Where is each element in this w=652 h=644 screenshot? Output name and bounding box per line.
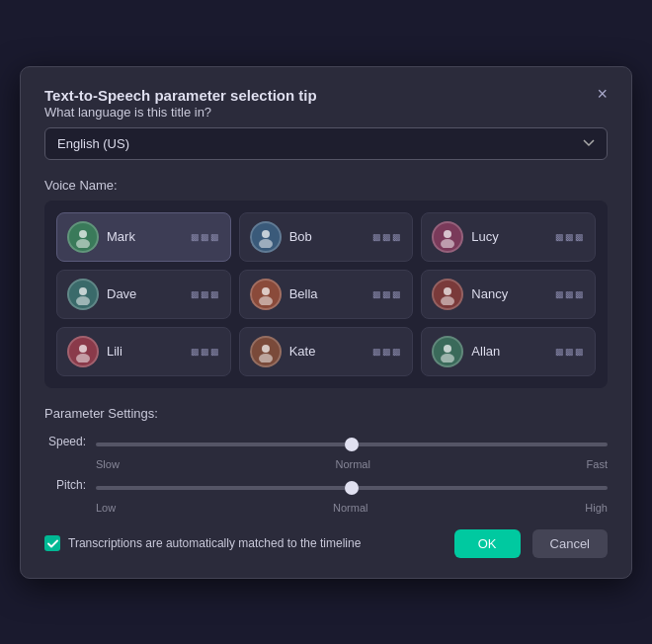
pitch-slider[interactable] [96, 486, 608, 490]
voice-avatar-bella [250, 279, 282, 310]
checkbox-label[interactable]: Transcriptions are automatically matched… [44, 535, 443, 551]
voice-label: Voice Name: [44, 178, 608, 193]
checkbox-text: Transcriptions are automatically matched… [68, 536, 361, 550]
cancel-button[interactable]: Cancel [532, 529, 608, 558]
voice-card-bella[interactable]: Bella▩▩▩ [239, 270, 414, 319]
voice-avatar-lili [67, 336, 99, 367]
wave-icon-lucy: ▩▩▩ [555, 232, 585, 242]
wave-icon-nancy: ▩▩▩ [555, 289, 585, 299]
voice-name-mark: Mark [107, 229, 183, 244]
language-section: What language is this title in? English … [44, 105, 608, 178]
pitch-slider-wrapper [96, 476, 608, 494]
speed-label: Speed: [44, 435, 86, 448]
voice-avatar-kate [250, 336, 282, 367]
language-select[interactable]: English (US)English (UK)SpanishFrenchGer… [44, 127, 608, 160]
svg-point-6 [79, 287, 87, 295]
wave-icon-mark: ▩▩▩ [191, 232, 220, 242]
voice-avatar-dave [67, 279, 99, 310]
wave-icon-lili: ▩▩▩ [191, 347, 220, 357]
voice-name-lucy: Lucy [471, 229, 547, 244]
voice-grid-container: Mark▩▩▩ Bob▩▩▩ Lucy▩▩▩ Dave▩▩▩ Bella▩▩▩ … [44, 201, 608, 388]
wave-icon-bob: ▩▩▩ [372, 232, 402, 242]
wave-icon-allan: ▩▩▩ [555, 347, 585, 357]
voice-card-nancy[interactable]: Nancy▩▩▩ [421, 270, 596, 319]
pitch-tick-low: Low [96, 502, 116, 514]
pitch-tick-high: High [585, 502, 608, 514]
ok-button[interactable]: OK [454, 529, 521, 558]
svg-point-11 [441, 296, 454, 305]
svg-point-2 [262, 230, 270, 238]
language-label: What language is this title in? [44, 105, 608, 120]
speed-slider-wrapper [96, 433, 608, 450]
voice-name-bella: Bella [289, 286, 366, 301]
voice-avatar-lucy [432, 221, 463, 253]
speed-slider[interactable] [96, 443, 608, 446]
svg-point-7 [76, 296, 90, 305]
svg-point-8 [262, 287, 270, 295]
footer: Transcriptions are automatically matched… [44, 529, 608, 558]
dialog-title: Text-to-Speech parameter selection tip [44, 87, 317, 104]
voice-avatar-nancy [432, 279, 463, 310]
pitch-tick-normal: Normal [333, 502, 367, 514]
svg-point-5 [441, 239, 454, 248]
voice-card-lucy[interactable]: Lucy▩▩▩ [421, 212, 596, 262]
speed-tick-slow: Slow [96, 458, 120, 470]
voice-card-lili[interactable]: Lili▩▩▩ [56, 327, 231, 376]
svg-point-13 [76, 354, 90, 362]
wave-icon-dave: ▩▩▩ [191, 289, 220, 299]
svg-point-17 [441, 354, 454, 362]
voice-card-kate[interactable]: Kate▩▩▩ [239, 327, 414, 376]
svg-point-3 [259, 239, 273, 248]
voice-card-bob[interactable]: Bob▩▩▩ [239, 212, 414, 262]
svg-point-12 [79, 345, 87, 353]
svg-point-4 [444, 230, 451, 238]
voice-name-allan: Allan [471, 344, 547, 359]
voice-card-allan[interactable]: Allan▩▩▩ [421, 327, 596, 376]
svg-point-10 [444, 287, 451, 295]
speed-row: Speed: Slow Normal Fast [44, 433, 608, 470]
checkbox-checked [44, 535, 60, 551]
svg-point-16 [444, 345, 451, 353]
voice-card-mark[interactable]: Mark▩▩▩ [56, 212, 231, 262]
voice-grid: Mark▩▩▩ Bob▩▩▩ Lucy▩▩▩ Dave▩▩▩ Bella▩▩▩ … [56, 212, 596, 376]
params-label: Parameter Settings: [44, 406, 608, 421]
voice-card-dave[interactable]: Dave▩▩▩ [56, 270, 231, 319]
svg-point-15 [259, 354, 273, 362]
voice-name-bob: Bob [289, 229, 366, 244]
wave-icon-bella: ▩▩▩ [372, 289, 402, 299]
speed-tick-normal: Normal [335, 458, 369, 470]
voice-avatar-mark [67, 221, 99, 253]
voice-name-nancy: Nancy [471, 286, 547, 301]
close-button[interactable]: × [591, 83, 613, 105]
voice-name-lili: Lili [107, 344, 183, 359]
svg-point-9 [259, 296, 273, 305]
voice-name-kate: Kate [289, 344, 366, 359]
svg-point-1 [76, 239, 90, 248]
voice-name-dave: Dave [107, 286, 183, 301]
svg-point-14 [262, 345, 270, 353]
tts-dialog: Text-to-Speech parameter selection tip ×… [20, 66, 632, 579]
wave-icon-kate: ▩▩▩ [372, 347, 402, 357]
svg-point-0 [79, 230, 87, 238]
speed-tick-fast: Fast [587, 458, 608, 470]
voice-avatar-bob [250, 221, 282, 253]
pitch-label: Pitch: [44, 478, 86, 492]
voice-avatar-allan [432, 336, 463, 367]
pitch-row: Pitch: Low Normal High [44, 476, 608, 514]
